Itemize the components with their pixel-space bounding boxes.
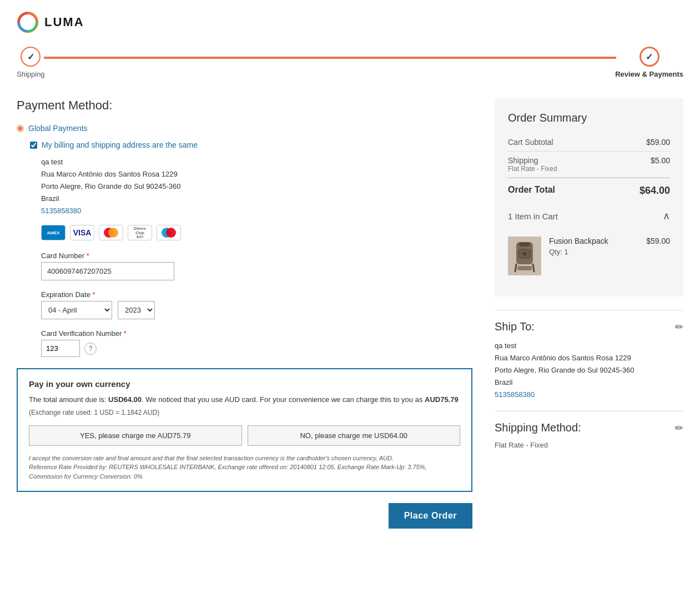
shipping-method-section: Shipping Method: ✏ Flat Rate - Fixed [495, 411, 683, 459]
step-shipping-circle: ✓ [21, 47, 41, 67]
billing-street: Rua Marco Antônio dos Santos Rosa 1229 [41, 168, 472, 180]
ship-to-edit-icon[interactable]: ✏ [675, 321, 683, 333]
currency-conversion-box: Pay in your own currency The total amoun… [17, 368, 472, 492]
billing-name: qa test [41, 156, 472, 168]
step-connector [44, 57, 617, 59]
ship-to-phone: 5135858380 [495, 389, 683, 401]
cart-item-row: Fusion Backpack Qty: 1 $59.00 [508, 229, 670, 283]
currency-exchange-rate: (Exchange rate used: 1 USD = 1.1842 AUD) [29, 409, 460, 416]
ship-to-header: Ship To: ✏ [495, 320, 683, 333]
ship-to-section: Ship To: ✏ qa test Rua Marco Antônio dos… [495, 310, 683, 411]
svg-point-4 [166, 228, 176, 238]
cart-item-name: Fusion Backpack [549, 237, 638, 245]
svg-line-8 [515, 264, 516, 272]
shipping-method-edit-icon[interactable]: ✏ [675, 422, 683, 434]
order-summary-box: Order Summary Cart Subtotal $59.00 Shipp… [495, 98, 683, 296]
billing-same-checkbox[interactable] [30, 142, 37, 149]
expiry-date-group: Expiration Date * 01 - January 02 - Febr… [41, 290, 472, 319]
place-order-button[interactable]: Place Order [389, 503, 472, 529]
payment-method-radio[interactable] [17, 125, 24, 132]
cart-item-details: Fusion Backpack Qty: 1 [549, 237, 638, 256]
ship-to-title: Ship To: [495, 320, 535, 333]
cvv-input[interactable] [41, 340, 80, 357]
diners-icon: DinersClubInt'l [128, 225, 152, 240]
shipping-sublabel: Flat Rate - Fixed [508, 165, 557, 173]
card-number-label: Card Number * [41, 252, 472, 260]
cart-subtotal-value: $59.00 [646, 138, 670, 147]
cart-item-price: $59.00 [646, 237, 670, 245]
cart-item-image [508, 237, 541, 275]
order-total-label: Order Total [508, 185, 555, 197]
billing-checkbox-label[interactable]: My billing and shipping address are the … [30, 140, 472, 149]
cart-subtotal-row: Cart Subtotal $59.00 [508, 133, 670, 152]
order-summary-column: Order Summary Cart Subtotal $59.00 Shipp… [495, 98, 683, 529]
cvv-label: Card Verification Number * [41, 329, 472, 338]
shipping-value: $5.00 [651, 156, 670, 173]
visa-icon: VISA [70, 225, 94, 240]
order-summary-title: Order Summary [508, 112, 670, 124]
order-total-value: $64.00 [639, 185, 670, 197]
expiry-label: Expiration Date * [41, 290, 472, 299]
shipping-label: Shipping [508, 156, 557, 165]
mastercard-icon [99, 225, 123, 240]
currency-legal-text: I accept the conversion rate and final a… [29, 454, 460, 481]
expiry-year-select[interactable]: 2023 2024 2025 2026 2027 2028 [118, 301, 155, 319]
svg-rect-6 [519, 242, 530, 247]
payment-method-radio-label[interactable]: Global Payments [17, 124, 472, 133]
payment-section-title: Payment Method: [17, 98, 472, 113]
cart-items-toggle[interactable]: 1 Item in Cart ∧ [508, 203, 670, 229]
billing-checkbox-text: My billing and shipping address are the … [42, 140, 198, 149]
currency-buttons-row: YES, please charge me AUD75.79 NO, pleas… [29, 425, 460, 446]
billing-country: Brazil [41, 193, 472, 205]
card-number-input[interactable] [41, 262, 174, 280]
card-number-group: Card Number * [41, 252, 472, 280]
step-shipping: ✓ Shipping [17, 47, 45, 78]
card-icons-row: AMEX VISA DinersClubInt'l [41, 225, 472, 240]
shipping-method-value: Flat Rate - Fixed [495, 441, 683, 449]
currency-yes-button[interactable]: YES, please charge me AUD75.79 [29, 425, 242, 446]
cart-item-qty: Qty: 1 [549, 248, 638, 256]
expiry-month-select[interactable]: 01 - January 02 - February 03 - March 04… [41, 301, 112, 319]
billing-phone: 5135858380 [41, 205, 472, 217]
shipping-label-group: Shipping Flat Rate - Fixed [508, 156, 557, 173]
order-total-row: Order Total $64.00 [508, 178, 670, 203]
svg-point-2 [108, 228, 118, 238]
checkout-progress: ✓ Shipping ✓ Review & Payments [17, 47, 683, 78]
shipping-method-title: Shipping Method: [495, 421, 581, 434]
logo-text: LUMA [44, 15, 84, 29]
billing-city-state: Porto Alegre, Rio Grande do Sul 90245-36… [41, 180, 472, 193]
ship-to-street: Rua Marco Antônio dos Santos Rosa 1229 [495, 352, 683, 364]
cart-items-label: 1 Item in Cart [508, 212, 558, 221]
payment-section: Payment Method: Global Payments My billi… [17, 98, 472, 529]
step-shipping-label: Shipping [17, 70, 45, 78]
cvv-group: Card Verification Number * ? [41, 329, 472, 357]
currency-no-button[interactable]: NO, please charge me USD64.00 [248, 425, 461, 446]
currency-text: The total amount due is: USD64.00. We no… [29, 394, 460, 405]
place-order-wrapper: Place Order [17, 503, 472, 529]
ship-to-city-state: Porto Alegre, Rio Grande do Sul 90245-36… [495, 364, 683, 376]
cart-subtotal-label: Cart Subtotal [508, 138, 553, 147]
step-review-label: Review & Payments [615, 70, 683, 78]
shipping-method-header: Shipping Method: ✏ [495, 421, 683, 434]
cvv-row: ? [41, 340, 472, 357]
svg-line-9 [533, 264, 534, 272]
currency-aud-amount: AUD75.79 [425, 395, 459, 404]
svg-rect-11 [517, 266, 532, 270]
cvv-required: * [124, 329, 127, 338]
expiry-selects-row: 01 - January 02 - February 03 - March 04… [41, 301, 472, 319]
cart-toggle-icon: ∧ [663, 210, 670, 222]
maestro-icon [157, 225, 181, 240]
expiry-required: * [93, 290, 95, 299]
ship-to-address: qa test Rua Marco Antônio dos Santos Ros… [495, 340, 683, 401]
amex-icon: AMEX [41, 225, 66, 240]
header: LUMA [17, 11, 683, 33]
card-number-required: * [87, 252, 89, 260]
payment-method-label-text: Global Payments [28, 124, 88, 133]
luma-logo-icon [17, 11, 39, 33]
step-review-circle: ✓ [639, 47, 659, 67]
cvv-help-icon[interactable]: ? [84, 343, 97, 355]
currency-usd-amount: USD64.00 [108, 395, 142, 404]
ship-to-country: Brazil [495, 376, 683, 389]
svg-point-10 [523, 252, 526, 255]
currency-title: Pay in your own currency [29, 379, 460, 389]
